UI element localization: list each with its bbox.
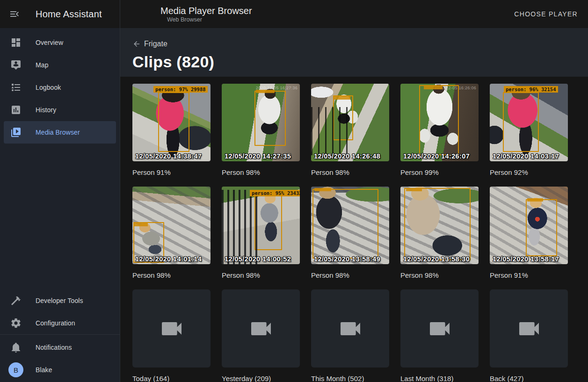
folder-card[interactable]: Yesterday (209) — [222, 289, 300, 382]
clip-label: Person 98% — [311, 271, 389, 280]
sidebar-item-overview[interactable]: Overview — [4, 31, 116, 54]
page-header-subtitle: Web Browser — [160, 16, 252, 23]
sidebar-nav: Overview Map Logbook History — [0, 28, 120, 144]
clip-thumbnail[interactable]: 12/05/2020 13:58:30 — [400, 187, 479, 264]
video-camera-icon — [248, 316, 274, 342]
avatar: B — [8, 362, 23, 377]
detection-tag — [424, 86, 443, 89]
person-bounding-box — [419, 85, 459, 155]
user-name: Blake — [36, 366, 52, 374]
sidebar-item-map[interactable]: Map — [4, 54, 116, 76]
video-camera-icon — [159, 316, 185, 342]
person-bounding-box — [404, 188, 471, 260]
clip-card[interactable]: 12/05/2020 14:26:48Person 98% — [311, 84, 389, 177]
clips-grid: person: 97% 2998812/05/2020 14:38:47Pers… — [120, 77, 588, 382]
clip-thumbnail[interactable]: person: 97% 2998812/05/2020 14:38:47 — [132, 84, 211, 161]
sidebar-item-label: Map — [36, 61, 49, 69]
clip-card[interactable]: 12/05/2020 13:58:17Person 91% — [490, 187, 568, 280]
folder-thumbnail[interactable] — [311, 289, 389, 368]
sidebar-item-user-profile[interactable]: B Blake — [4, 359, 116, 381]
detection-label: person: 96% 32154 — [504, 86, 558, 93]
clip-card[interactable]: 12/05/2020 13:58:30Person 98% — [400, 187, 479, 280]
media-grid-area: person: 97% 2998812/05/2020 14:38:47Pers… — [120, 77, 588, 382]
sidebar-item-developer-tools[interactable]: Developer Tools — [4, 289, 116, 312]
sidebar-bottom-section: Notifications B Blake — [0, 334, 120, 382]
app-title: Home Assistant — [36, 9, 102, 20]
clip-thumbnail[interactable]: 12/05/2020 13:58:49 — [311, 187, 389, 264]
clip-thumbnail[interactable]: person: 95% 2343212/05/2020 14:00:52 — [222, 187, 300, 264]
content-header: Frigate Clips (820) — [120, 28, 588, 77]
clip-card[interactable]: 12/05/2020 14:01:14Person 98% — [132, 187, 211, 280]
detection-tag — [134, 223, 148, 226]
clip-label: Person 98% — [222, 168, 300, 177]
clip-card[interactable]: 12/05/2020 13:58:49Person 98% — [311, 187, 389, 280]
logbook-list-icon — [10, 82, 22, 93]
folder-thumbnail[interactable] — [132, 289, 211, 368]
breadcrumb[interactable]: Frigate — [132, 40, 167, 48]
folder-card[interactable]: Today (164) — [132, 289, 211, 382]
clip-timestamp: 12/05/2020 13:58:17 — [493, 255, 559, 263]
clip-timestamp: 12/05/2020 14:27:35 — [225, 152, 291, 160]
clip-thumbnail[interactable]: 12/05/2020 14:01:14 — [132, 187, 211, 264]
folder-label: Back (427) — [490, 374, 568, 382]
folder-label: Today (164) — [132, 374, 211, 382]
detection-tag — [527, 198, 543, 202]
detection-tag — [406, 188, 422, 191]
dashboard-icon — [10, 37, 22, 48]
folder-thumbnail[interactable] — [222, 289, 300, 368]
clip-thumbnail[interactable]: 2020-12-05 16:27:3612/05/2020 14:27:35 — [222, 84, 300, 161]
clip-card[interactable]: 2020-12-05 16:27:3612/05/2020 14:27:35Pe… — [222, 84, 300, 177]
clip-thumbnail[interactable]: 12/05/2020 14:26:48 — [311, 84, 389, 161]
detection-tag — [256, 90, 275, 93]
detection-tag — [334, 96, 350, 100]
clip-thumbnail[interactable]: 2020-12-05 16:26:0612/05/2020 14:26:07 — [400, 84, 479, 161]
folder-thumbnail[interactable] — [490, 289, 568, 368]
bell-icon — [10, 342, 22, 353]
sidebar-item-label: Developer Tools — [36, 297, 83, 304]
sidebar-header: Home Assistant — [0, 0, 120, 28]
arrow-left-icon — [132, 40, 141, 48]
clip-card[interactable]: person: 95% 2343212/05/2020 14:00:52Pers… — [222, 187, 300, 280]
page-header-title: Media Player Browser — [160, 5, 252, 16]
clip-thumbnail[interactable]: person: 96% 3215412/05/2020 14:03:17 — [490, 84, 568, 161]
clip-timestamp: 12/05/2020 14:26:48 — [314, 152, 380, 160]
folder-label: Yesterday (209) — [222, 374, 300, 382]
menu-open-icon[interactable] — [9, 8, 20, 20]
sidebar: Home Assistant Overview Map Logbook — [0, 0, 120, 382]
sidebar-item-media-browser[interactable]: Media Browser — [4, 121, 116, 144]
clip-timestamp: 12/05/2020 14:03:17 — [493, 152, 559, 160]
person-bounding-box — [333, 95, 353, 140]
clip-label: Person 98% — [311, 168, 389, 177]
sidebar-item-notifications[interactable]: Notifications — [4, 336, 116, 359]
clip-label: Person 92% — [490, 168, 568, 177]
clip-label: Person 98% — [132, 271, 211, 280]
person-bounding-box — [503, 92, 539, 152]
sidebar-tools: Developer Tools Configuration — [0, 286, 120, 334]
folder-card[interactable]: This Month (502) — [311, 289, 389, 382]
clip-card[interactable]: 2020-12-05 16:26:0612/05/2020 14:26:07Pe… — [400, 84, 479, 177]
detection-tag — [314, 188, 331, 191]
sidebar-item-label: Logbook — [36, 84, 61, 91]
folder-thumbnail[interactable] — [400, 289, 479, 368]
header-titles: Media Player Browser Web Browser — [160, 5, 252, 23]
folder-card[interactable]: Back (427) — [490, 289, 568, 382]
folder-label: Last Month (318) — [400, 374, 479, 382]
person-bounding-box — [312, 189, 378, 259]
folder-card[interactable]: Last Month (318) — [400, 289, 479, 382]
clip-thumbnail[interactable]: 12/05/2020 13:58:17 — [490, 187, 568, 264]
media-browser-icon — [10, 127, 22, 138]
choose-player-button[interactable]: CHOOSE PLAYER — [508, 7, 583, 22]
map-account-icon — [10, 59, 22, 71]
clip-timestamp: 12/05/2020 14:26:07 — [403, 152, 470, 160]
detection-label: person: 95% 23432 — [250, 190, 300, 196]
clip-card[interactable]: person: 97% 2998812/05/2020 14:38:47Pers… — [132, 84, 211, 177]
person-bounding-box — [158, 92, 189, 152]
sidebar-item-label: Notifications — [36, 344, 72, 351]
video-camera-icon — [516, 316, 542, 342]
gear-icon — [10, 317, 22, 329]
sidebar-item-configuration[interactable]: Configuration — [4, 312, 116, 334]
sidebar-item-history[interactable]: History — [4, 99, 116, 121]
clip-card[interactable]: person: 96% 3215412/05/2020 14:03:17Pers… — [490, 84, 568, 177]
clip-label: Person 98% — [400, 271, 479, 280]
sidebar-item-logbook[interactable]: Logbook — [4, 76, 116, 99]
